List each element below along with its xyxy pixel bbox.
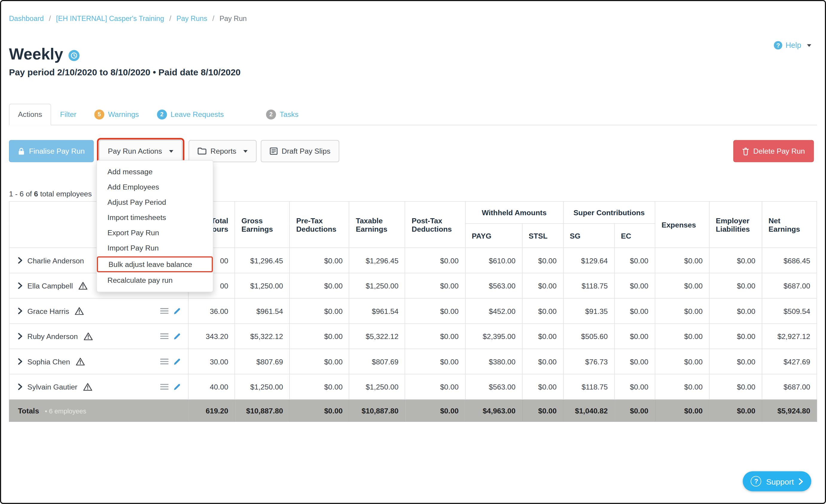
employee-name[interactable]: Charlie Anderson: [27, 256, 84, 264]
employee-name[interactable]: Sophia Chen: [27, 357, 70, 366]
menu-item-export-pay-run[interactable]: Export Pay Run: [97, 226, 213, 241]
expand-row-icon[interactable]: [18, 257, 23, 264]
cell-ec: $0.00: [614, 248, 655, 273]
tab-leave-requests-label: Leave Requests: [171, 109, 224, 119]
cell-net-earnings: $687.00: [762, 273, 817, 298]
pay-run-actions-label: Pay Run Actions: [108, 147, 162, 155]
edit-pencil-icon[interactable]: [173, 307, 181, 315]
cell-ec: $0.00: [614, 273, 655, 298]
cell-stsl: $0.00: [522, 349, 564, 374]
warning-icon[interactable]: [79, 281, 87, 290]
expand-row-icon[interactable]: [18, 358, 23, 365]
cell-net-earnings: $2,927.12: [762, 323, 817, 349]
tab-warnings[interactable]: 5 Warnings: [85, 104, 148, 125]
expand-row-icon[interactable]: [18, 308, 23, 314]
timesheets-icon[interactable]: [160, 358, 169, 365]
edit-pencil-icon[interactable]: [173, 332, 181, 340]
total-post-tax-deductions: $0.00: [405, 399, 465, 422]
menu-item-recalculate-pay-run[interactable]: Recalculate pay run: [97, 273, 213, 288]
help-menu[interactable]: ? Help: [774, 41, 811, 49]
table-row-sylvain-gautier: Sylvain Gautier 40.00 $1,250.00 $0.00 $1…: [9, 374, 817, 400]
breadcrumb: Dashboard / [EH INTERNAL] Casper's Train…: [1, 1, 825, 23]
warnings-count-badge: 5: [94, 109, 104, 119]
timesheets-icon[interactable]: [160, 308, 169, 314]
support-question-icon: ?: [751, 476, 761, 486]
summary-count: 6: [34, 190, 38, 198]
total-ec: $0.00: [614, 399, 655, 422]
cell-net-earnings: $687.00: [762, 374, 817, 400]
timesheets-icon[interactable]: [160, 383, 169, 390]
employee-name[interactable]: Grace Harris: [27, 307, 69, 315]
folder-icon: [197, 147, 206, 155]
employee-name[interactable]: Sylvain Gautier: [27, 383, 77, 391]
warning-icon[interactable]: [76, 358, 85, 365]
menu-item-import-pay-run[interactable]: Import Pay Run: [97, 241, 213, 256]
delete-pay-run-button[interactable]: Delete Pay Run: [733, 140, 814, 162]
tab-tasks[interactable]: 2 Tasks: [257, 104, 307, 125]
cell-taxable-earnings: $961.54: [349, 298, 405, 324]
cell-gross-earnings: $5,322.12: [235, 323, 290, 349]
menu-item-add-employees[interactable]: Add Employees: [97, 180, 213, 195]
breadcrumb-business[interactable]: [EH INTERNAL] Casper's Training: [56, 15, 164, 22]
expand-row-icon[interactable]: [18, 333, 23, 339]
cell-ec: $0.00: [614, 323, 655, 349]
warning-icon[interactable]: [83, 383, 92, 391]
help-question-icon: ?: [774, 41, 782, 49]
pay-run-actions-button[interactable]: Pay Run Actions: [99, 140, 182, 162]
breadcrumb-current-pay-run: Pay Run: [220, 15, 247, 22]
finalise-pay-run-button[interactable]: Finalise Pay Run: [9, 140, 94, 162]
total-taxable-earnings: $10,887.80: [349, 399, 405, 422]
warning-icon[interactable]: [75, 307, 84, 315]
cell-total-hours: 30.00: [188, 349, 235, 374]
table-row-grace-harris: Grace Harris 36.00 $961.54 $0.00 $961.54…: [9, 298, 817, 324]
breadcrumb-separator: /: [169, 15, 171, 22]
cell-payg: $452.00: [465, 298, 522, 324]
support-button[interactable]: ? Support: [743, 471, 811, 492]
col-header-taxable-earnings: Taxable Earnings: [349, 201, 405, 248]
col-header-pre-tax-deductions: Pre-Tax Deductions: [290, 201, 349, 248]
tab-leave-requests[interactable]: 2 Leave Requests: [148, 104, 233, 125]
tab-filter[interactable]: Filter: [51, 104, 85, 125]
employee-name[interactable]: Ruby Anderson: [27, 332, 78, 340]
menu-item-import-timesheets[interactable]: Import timesheets: [97, 210, 213, 226]
summary-prefix: 1 - 6 of: [9, 190, 32, 198]
breadcrumb-pay-runs[interactable]: Pay Runs: [176, 15, 207, 22]
breadcrumb-dashboard[interactable]: Dashboard: [9, 15, 44, 22]
cell-stsl: $0.00: [522, 298, 564, 324]
col-header-payg: PAYG: [465, 224, 522, 248]
cell-post-tax-deductions: $0.00: [405, 248, 465, 273]
cell-payg: $563.00: [465, 273, 522, 298]
cell-taxable-earnings: $807.69: [349, 349, 405, 374]
menu-item-bulk-adjust-leave-balance[interactable]: Bulk adjust leave balance: [98, 257, 212, 271]
edit-pencil-icon[interactable]: [173, 383, 181, 390]
menu-item-add-message[interactable]: Add message: [97, 165, 213, 180]
expand-row-icon[interactable]: [18, 282, 23, 289]
cell-ec: $0.00: [614, 374, 655, 400]
total-payg: $4,963.00: [465, 399, 522, 422]
warning-icon[interactable]: [84, 332, 93, 340]
finalise-pay-run-label: Finalise Pay Run: [29, 147, 84, 155]
reports-button[interactable]: Reports: [188, 140, 256, 162]
col-header-net-earnings: Net Earnings: [762, 201, 817, 248]
payslip-document-icon: [270, 147, 277, 155]
total-net-earnings: $5,924.80: [762, 399, 817, 422]
cell-employer-liabilities: $0.00: [709, 349, 762, 374]
draft-pay-slips-button[interactable]: Draft Pay Slips: [260, 140, 340, 162]
edit-pencil-icon[interactable]: [173, 358, 181, 365]
timesheets-icon[interactable]: [160, 333, 169, 339]
cell-stsl: $0.00: [522, 248, 564, 273]
cell-taxable-earnings: $1,250.00: [349, 374, 405, 400]
menu-item-adjust-pay-period[interactable]: Adjust Pay Period: [97, 195, 213, 210]
pay-run-page: Dashboard / [EH INTERNAL] Casper's Train…: [0, 0, 826, 504]
cell-payg: $610.00: [465, 248, 522, 273]
cell-taxable-earnings: $1,296.45: [349, 248, 405, 273]
tab-warnings-label: Warnings: [108, 109, 139, 119]
tab-actions[interactable]: Actions: [9, 104, 51, 125]
cell-employer-liabilities: $0.00: [709, 323, 762, 349]
expand-row-icon[interactable]: [18, 383, 23, 390]
cell-employer-liabilities: $0.00: [709, 248, 762, 273]
employee-name[interactable]: Ella Campbell: [27, 281, 73, 290]
cell-expenses: $0.00: [655, 298, 709, 324]
cell-sg: $118.75: [563, 273, 614, 298]
col-header-stsl: STSL: [522, 224, 564, 248]
